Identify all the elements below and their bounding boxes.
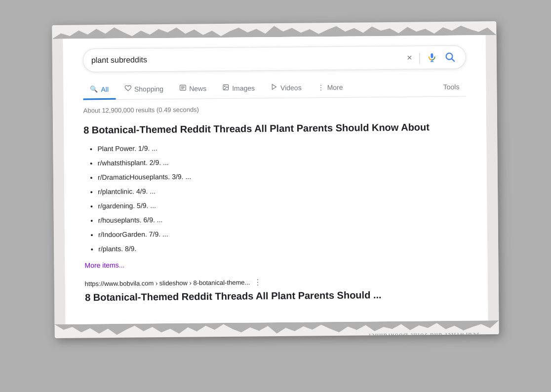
search-icons: × |: [407, 50, 458, 65]
tools-tab[interactable]: Tools: [436, 78, 467, 96]
nav-tabs: 🔍 All Shopping: [83, 77, 466, 100]
result-options-icon[interactable]: ⋮: [254, 277, 262, 287]
second-result-url: https://www.bobvila.com › slideshow › 8-…: [85, 276, 468, 289]
svg-marker-11: [272, 84, 276, 90]
tab-images-label: Images: [232, 84, 255, 92]
list-item: r/gardening. 5/9. ...: [98, 198, 467, 212]
tab-more-label: More: [327, 83, 343, 91]
tab-videos-label: Videos: [280, 83, 302, 91]
tab-images[interactable]: Images: [215, 78, 262, 99]
bullet-list: Plant Power. 1/9. ... r/whatsthisplant. …: [83, 141, 468, 255]
list-item: r/DramaticHouseplants. 3/9. ...: [98, 169, 467, 183]
list-item: r/plantclinic. 4/9. ...: [98, 184, 467, 197]
torn-paper: Page 2 plant subreddits × |: [52, 21, 499, 338]
content-area: plant subreddits × |: [63, 35, 488, 324]
second-result-title[interactable]: 8 Botanical-Themed Reddit Threads All Pl…: [85, 287, 468, 305]
list-item: r/plants. 8/9.: [98, 241, 468, 255]
results-count: About 12,900,000 results (0.49 seconds): [83, 104, 467, 115]
tab-all-label: All: [101, 85, 109, 93]
more-items-link[interactable]: More items...: [84, 258, 468, 270]
tab-news[interactable]: News: [172, 79, 213, 99]
videos-icon: [271, 83, 277, 92]
tab-more[interactable]: ⋮ More: [310, 78, 350, 98]
mic-icon[interactable]: [427, 51, 437, 63]
tab-videos[interactable]: Videos: [264, 78, 309, 98]
list-item: Plant Power. 1/9. ...: [97, 141, 467, 155]
bottom-mirror-text: Jeurwriter and Joint Bookrunner: [368, 331, 479, 338]
tab-shopping[interactable]: Shopping: [118, 79, 171, 100]
svg-line-4: [452, 59, 454, 61]
tab-shopping-label: Shopping: [134, 84, 163, 93]
svg-point-10: [224, 86, 225, 87]
main-result-title: 8 Botanical-Themed Reddit Threads All Pl…: [83, 120, 467, 137]
search-input[interactable]: plant subreddits: [91, 53, 407, 65]
clear-icon[interactable]: ×: [407, 52, 412, 63]
torn-paper-wrapper: Page 2 plant subreddits × |: [53, 23, 498, 369]
list-item: r/IndoorGarden. 7/9. ...: [98, 227, 468, 240]
list-item: r/whatsthisplant. 2/9. ...: [98, 155, 467, 169]
shopping-icon: [124, 85, 131, 93]
svg-rect-0: [431, 53, 433, 58]
tab-all[interactable]: 🔍 All: [83, 80, 116, 100]
list-item: r/houseplants. 6/9. ...: [98, 212, 468, 226]
all-icon: 🔍: [90, 85, 98, 93]
search-button[interactable]: [443, 50, 458, 65]
tab-news-label: News: [189, 84, 206, 92]
search-bar: plant subreddits × |: [83, 45, 466, 73]
images-icon: [222, 84, 229, 92]
more-icon: ⋮: [317, 83, 324, 91]
url-text: https://www.bobvila.com › slideshow › 8-…: [85, 278, 250, 287]
news-icon: [179, 84, 186, 93]
